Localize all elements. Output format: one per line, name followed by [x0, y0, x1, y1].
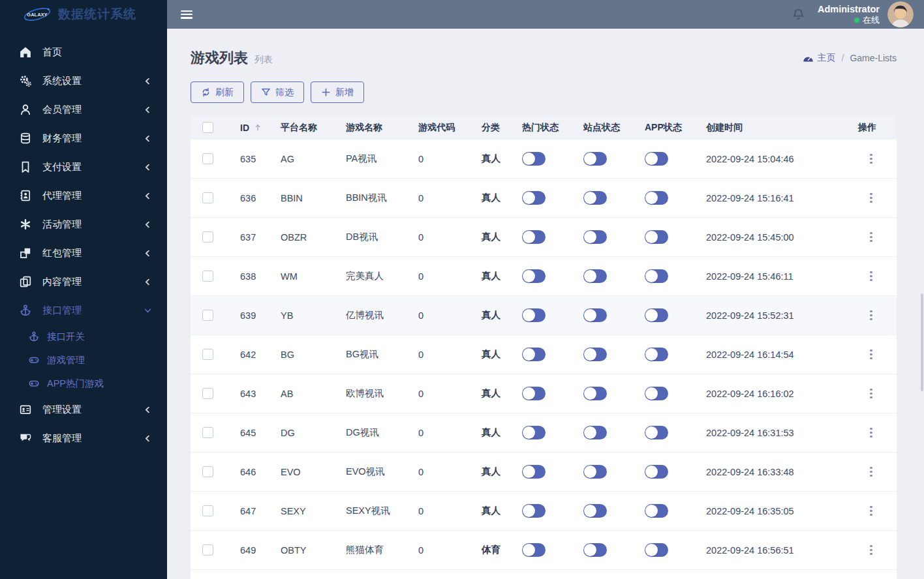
sidebar-item-admin-settings[interactable]: 管理设置	[0, 395, 167, 424]
hot-status-toggle[interactable]	[522, 191, 546, 205]
page-scrollbar[interactable]	[921, 293, 923, 391]
column-header: 游戏名称	[346, 122, 418, 134]
cell-id: 636	[228, 193, 281, 203]
row-actions-menu[interactable]	[865, 505, 877, 518]
row-checkbox[interactable]	[202, 192, 213, 203]
copy-icon	[20, 276, 31, 288]
column-header[interactable]: ID	[228, 123, 281, 133]
cell-hot-status	[522, 152, 583, 166]
filter-button[interactable]: 筛选	[251, 82, 304, 103]
cell-id: 639	[228, 310, 281, 321]
sidebar-item-members[interactable]: 会员管理	[0, 95, 167, 124]
sidebar-item-activities[interactable]: 活动管理	[0, 210, 167, 239]
user-meta[interactable]: Administrator 在线	[818, 3, 880, 25]
sidebar-item-label: 活动管理	[42, 218, 144, 231]
app-status-toggle[interactable]	[645, 465, 668, 479]
cell-game: SEXY视讯	[346, 505, 418, 517]
refresh-button[interactable]: 刷新	[191, 82, 244, 103]
site-status-toggle[interactable]	[583, 387, 607, 400]
app-status-toggle[interactable]	[645, 152, 668, 166]
site-status-toggle[interactable]	[583, 230, 607, 244]
sidebar-item-finance[interactable]: 财务管理	[0, 124, 167, 153]
sidebar-item-home[interactable]: 首页	[0, 38, 167, 67]
app-status-toggle[interactable]	[645, 348, 668, 361]
row-actions-menu[interactable]	[865, 270, 877, 283]
row-actions-menu[interactable]	[865, 348, 877, 361]
cell-hot-status	[522, 543, 583, 557]
sidebar-item-payment[interactable]: 支付设置	[0, 153, 167, 181]
row-checkbox[interactable]	[202, 466, 213, 477]
row-checkbox[interactable]	[202, 388, 213, 399]
row-actions-menu[interactable]	[865, 153, 877, 166]
sidebar: GALAXY 数据统计系统 首页系统设置会员管理财务管理支付设置代理管理活动管理…	[0, 0, 167, 579]
add-button[interactable]: 新增	[311, 82, 364, 103]
row-checkbox[interactable]	[202, 349, 213, 360]
site-status-toggle[interactable]	[583, 191, 607, 205]
hot-status-toggle[interactable]	[522, 269, 546, 283]
app-status-toggle[interactable]	[645, 387, 668, 400]
site-status-toggle[interactable]	[583, 465, 607, 479]
sidebar-item-content[interactable]: 内容管理	[0, 267, 167, 296]
app-status-toggle[interactable]	[645, 230, 668, 244]
table-row: 636BBINBBIN视讯0真人2022-09-24 15:16:41	[191, 179, 897, 218]
page-subtitle: 列表	[254, 54, 273, 66]
row-actions-menu[interactable]	[865, 426, 877, 439]
chevron-down-icon	[144, 307, 151, 314]
cell-category: 真人	[482, 505, 522, 517]
sidebar-subitem-api-switch[interactable]: 接口开关	[0, 325, 167, 348]
sidebar-toggle-button[interactable]	[181, 10, 192, 19]
row-actions-menu[interactable]	[865, 309, 877, 322]
site-status-toggle[interactable]	[583, 543, 607, 557]
select-all-checkbox[interactable]	[202, 122, 213, 133]
site-status-toggle[interactable]	[583, 308, 607, 322]
sidebar-item-api[interactable]: 接口管理	[0, 296, 167, 325]
site-status-toggle[interactable]	[583, 504, 607, 518]
hot-status-toggle[interactable]	[522, 348, 546, 361]
sidebar-item-red-packet[interactable]: 红包管理	[0, 239, 167, 267]
sidebar-item-label: 财务管理	[42, 132, 144, 145]
hot-status-toggle[interactable]	[522, 152, 546, 166]
app-status-toggle[interactable]	[645, 504, 668, 518]
row-actions-menu[interactable]	[865, 466, 877, 479]
sidebar-item-support[interactable]: 客服管理	[0, 424, 167, 453]
row-actions-menu[interactable]	[865, 231, 877, 244]
hot-status-toggle[interactable]	[522, 465, 546, 479]
app-status-toggle[interactable]	[645, 269, 668, 283]
breadcrumb-home-link[interactable]: 主页	[818, 52, 836, 64]
hot-status-toggle[interactable]	[522, 543, 546, 557]
app-status-toggle[interactable]	[645, 191, 668, 205]
site-status-toggle[interactable]	[583, 152, 607, 166]
sidebar-subitem-app-hot-games[interactable]: APP热门游戏	[0, 372, 167, 395]
site-status-toggle[interactable]	[583, 269, 607, 283]
hot-status-toggle[interactable]	[522, 504, 546, 518]
site-status-toggle[interactable]	[583, 348, 607, 361]
row-checkbox[interactable]	[202, 310, 213, 321]
row-actions-menu[interactable]	[865, 544, 877, 557]
app-status-toggle[interactable]	[645, 308, 668, 322]
row-checkbox[interactable]	[202, 153, 213, 164]
sidebar-subitem-game-manage[interactable]: 游戏管理	[0, 348, 167, 372]
row-checkbox[interactable]	[202, 505, 213, 516]
bookmark-icon	[20, 161, 31, 173]
brand[interactable]: GALAXY 数据统计系统	[0, 0, 167, 29]
sidebar-item-agents[interactable]: 代理管理	[0, 181, 167, 210]
cell-actions	[848, 309, 897, 322]
app-status-toggle[interactable]	[645, 426, 668, 439]
row-checkbox[interactable]	[202, 427, 213, 438]
row-actions-menu[interactable]	[865, 192, 877, 205]
hot-status-toggle[interactable]	[522, 426, 546, 439]
hot-status-toggle[interactable]	[522, 308, 546, 322]
site-status-toggle[interactable]	[583, 426, 607, 439]
sidebar-item-system-settings[interactable]: 系统设置	[0, 67, 167, 95]
gamepad-icon	[29, 355, 39, 365]
app-status-toggle[interactable]	[645, 543, 668, 557]
row-checkbox[interactable]	[202, 231, 213, 243]
user-avatar[interactable]	[887, 1, 914, 27]
hot-status-toggle[interactable]	[522, 230, 546, 244]
notifications-bell-icon[interactable]	[792, 8, 805, 21]
row-checkbox[interactable]	[202, 271, 213, 282]
row-checkbox[interactable]	[202, 544, 213, 556]
hot-status-toggle[interactable]	[522, 387, 546, 400]
row-actions-menu[interactable]	[865, 387, 877, 400]
cell-site-status	[583, 426, 645, 439]
